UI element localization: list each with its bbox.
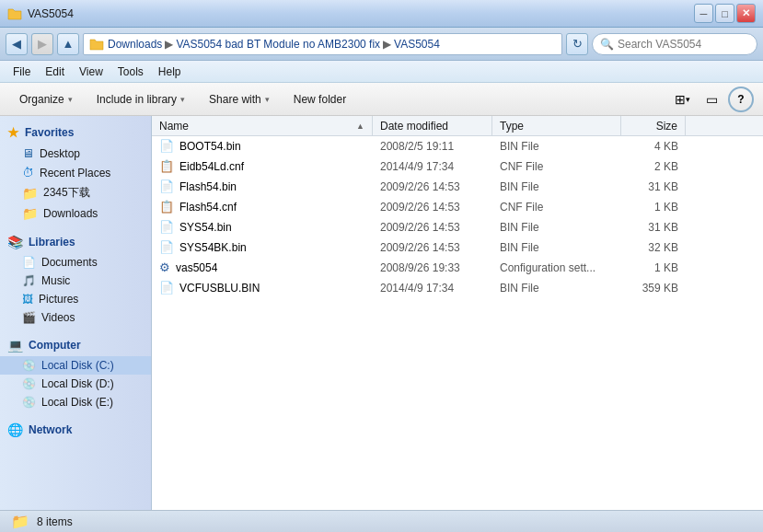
computer-label: Computer [29,339,81,352]
config-file-icon: ⚙ [159,260,170,274]
table-row[interactable]: 📄 SYS54BK.bin 2009/2/26 14:53 BIN File 3… [152,237,763,258]
preview-pane-button[interactable]: ▭ [699,87,724,112]
close-button[interactable]: ✕ [736,4,756,23]
table-row[interactable]: 📄 VCFUSBLU.BIN 2014/4/9 17:34 BIN File 3… [152,278,763,298]
breadcrumb-item-vas5054bad[interactable]: VAS5054 bad BT Module no AMB2300 fix [176,38,380,51]
breadcrumb-sep-2: ▶ [383,38,391,51]
title-bar-left: VAS5054 [7,6,74,21]
status-folder-icon: 📁 [11,513,29,530]
file-name: VCFUSBLU.BIN [179,282,260,295]
table-row[interactable]: ⚙ vas5054 2008/9/26 19:33 Configuration … [152,258,763,278]
new-folder-button[interactable]: New folder [283,87,356,112]
sidebar-header-network[interactable]: 🌐 Network [0,419,151,441]
view-toggle-button[interactable]: ⊞ ▾ [669,87,695,112]
sidebar-item-desktop[interactable]: 🖥 Desktop [0,144,151,163]
breadcrumb-item-vas5054[interactable]: VAS5054 [394,38,440,51]
file-cell-size: 359 KB [621,278,686,297]
refresh-button[interactable]: ↻ [566,33,588,55]
breadcrumb: Downloads ▶ VAS5054 bad BT Module no AMB… [83,33,562,55]
menu-tools[interactable]: Tools [110,64,151,80]
sidebar-item-videos[interactable]: 🎬 Videos [0,308,151,327]
up-button[interactable]: ▲ [57,33,79,55]
table-row[interactable]: 📄 BOOT54.bin 2008/2/5 19:11 BIN File 4 K… [152,136,763,156]
sidebar-item-2345[interactable]: 📁 2345下载 [0,182,151,203]
maximize-button[interactable]: □ [715,4,734,23]
file-cell-name: 📋 Flash54.cnf [152,197,373,216]
sidebar-header-libraries[interactable]: 📚 Libraries [0,231,151,253]
bin-file-icon: 📄 [159,179,174,193]
file-cell-name: ⚙ vas5054 [152,258,373,277]
sidebar-item-documents[interactable]: 📄 Documents [0,253,151,272]
sidebar-header-computer[interactable]: 💻 Computer [0,334,151,356]
sidebar-item-label: Music [41,274,70,287]
file-cell-date: 2009/2/26 14:53 [373,197,492,216]
sidebar-item-pictures[interactable]: 🖼 Pictures [0,290,151,308]
forward-button[interactable]: ▶ [31,33,53,55]
col-size-label: Size [656,120,677,133]
sidebar-header-favorites[interactable]: ★ Favorites [0,121,151,144]
file-cell-type: BIN File [492,217,621,237]
file-cell-name: 📄 SYS54BK.bin [152,237,373,257]
title-bar-controls: ─ □ ✕ [694,4,756,23]
sidebar-item-downloads[interactable]: 📁 Downloads [0,203,151,224]
sidebar-item-label: Desktop [40,147,80,160]
title-bar: VAS5054 ─ □ ✕ [0,0,763,28]
table-row[interactable]: 📋 Eidb54Ld.cnf 2014/4/9 17:34 CNF File 2… [152,156,763,177]
organize-arrow: ▾ [68,95,73,104]
sidebar-item-local-disk-c[interactable]: 💿 Local Disk (C:) [0,356,151,375]
table-row[interactable]: 📋 Flash54.cnf 2009/2/26 14:53 CNF File 1… [152,197,763,217]
include-label: Include in library [97,93,177,106]
sidebar-section-network: 🌐 Network [0,419,151,441]
include-in-library-button[interactable]: Include in library ▾ [87,87,195,112]
file-name: SYS54.bin [179,221,232,234]
file-cell-date: 2009/2/26 14:53 [373,237,492,257]
breadcrumb-item-downloads[interactable]: Downloads [108,38,162,51]
menu-view[interactable]: View [72,64,110,80]
col-header-date[interactable]: Date modified [373,116,492,135]
file-cell-name: 📋 Eidb54Ld.cnf [152,156,373,176]
sidebar-item-label: Recent Places [40,167,110,179]
status-text: 8 items [37,515,73,528]
music-icon: 🎵 [22,274,36,287]
sidebar-item-music[interactable]: 🎵 Music [0,272,151,290]
sort-arrow-name: ▲ [356,121,364,131]
bin-file-icon: 📄 [159,139,174,153]
include-arrow: ▾ [180,95,185,104]
toolbar: Organize ▾ Include in library ▾ Share wi… [0,83,763,116]
col-header-size[interactable]: Size [621,116,686,135]
share-label: Share with [209,93,261,106]
file-area: Name ▲ Date modified Type Size 📄 BOOT54.… [152,116,763,510]
col-type-label: Type [500,120,524,133]
file-cell-type: Configuration sett... [492,258,621,277]
file-cell-date: 2009/2/26 14:53 [373,177,492,196]
file-cell-date: 2014/4/9 17:34 [373,156,492,176]
minimize-button[interactable]: ─ [694,4,713,23]
sidebar-item-local-disk-d[interactable]: 💿 Local Disk (D:) [0,375,151,393]
star-icon: ★ [7,125,19,140]
col-header-name[interactable]: Name ▲ [152,116,373,135]
file-cell-date: 2008/2/5 19:11 [373,136,492,156]
table-row[interactable]: 📄 Flash54.bin 2009/2/26 14:53 BIN File 3… [152,177,763,197]
status-bar: 📁 8 items [0,510,763,532]
col-header-type[interactable]: Type [492,116,621,135]
share-with-button[interactable]: Share with ▾ [199,87,280,112]
menu-bar: File Edit View Tools Help [0,61,763,83]
bin-file-icon: 📄 [159,240,174,254]
col-date-label: Date modified [380,120,448,133]
menu-file[interactable]: File [6,64,38,80]
sidebar-item-label: Videos [41,311,75,324]
desktop-icon: 🖥 [22,146,34,160]
help-button[interactable]: ? [728,87,754,112]
sidebar-item-label: Documents [41,256,98,269]
search-input[interactable] [618,38,756,51]
back-button[interactable]: ◀ [6,33,28,55]
menu-help[interactable]: Help [151,64,189,80]
sidebar-item-local-disk-e[interactable]: 💿 Local Disk (E:) [0,393,151,411]
organize-label: Organize [19,93,64,106]
sidebar-item-recent-places[interactable]: ⏱ Recent Places [0,163,151,182]
file-name: Flash54.bin [179,180,237,193]
file-cell-type: CNF File [492,156,621,176]
organize-button[interactable]: Organize ▾ [9,87,83,112]
table-row[interactable]: 📄 SYS54.bin 2009/2/26 14:53 BIN File 31 … [152,217,763,237]
menu-edit[interactable]: Edit [38,64,72,80]
